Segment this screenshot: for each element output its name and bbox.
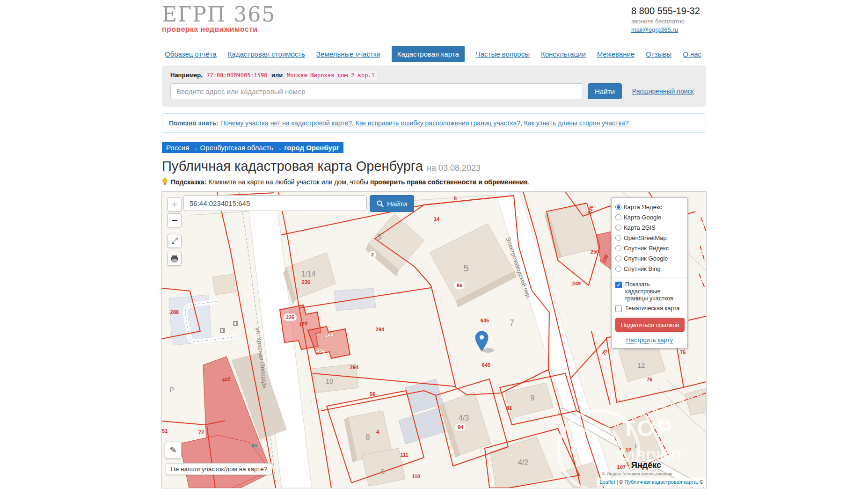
checkbox-icon[interactable] bbox=[615, 282, 622, 288]
radio-icon[interactable] bbox=[615, 235, 621, 241]
layers-list: Карта ЯндексКарта GoogleКарта 2GISOpenSt… bbox=[615, 202, 684, 274]
nav-item-6[interactable]: Межевание bbox=[597, 50, 635, 58]
nav-item-5[interactable]: Консультации bbox=[541, 50, 586, 58]
search-examples: Например, 77:08:0009005:1596 или Москва … bbox=[170, 72, 698, 79]
print-button[interactable] bbox=[168, 252, 182, 266]
radio-icon[interactable] bbox=[615, 255, 621, 262]
draw-button[interactable]: ✎ bbox=[165, 442, 182, 459]
layer-option-6[interactable]: Спутник Bing bbox=[615, 263, 684, 274]
map-search-input[interactable] bbox=[183, 195, 367, 211]
map-option-1[interactable]: Тематическая карта bbox=[615, 305, 684, 312]
parcel-label: ка bbox=[251, 442, 257, 448]
parcel-label: 110 bbox=[412, 473, 420, 479]
zoom-out-button[interactable]: − bbox=[168, 213, 182, 227]
logo-subtitle: проверка недвижимости bbox=[162, 25, 276, 34]
advanced-search-link[interactable]: Расширенный поиск bbox=[632, 87, 694, 95]
tip-body: Кликните на карте на любой участок или д… bbox=[208, 178, 368, 186]
layer-label: Спутник Google bbox=[624, 255, 668, 262]
tip-line: Подсказка: Кликните на карте на любой уч… bbox=[162, 178, 706, 186]
page-title: Публичная кадастровая карта Оренбурга на… bbox=[162, 159, 706, 174]
breadcrumb[interactable]: Россия → Оренбургская область → город Ор… bbox=[162, 142, 343, 153]
site-header: ЕГРП 365 проверка недвижимости 8 800 555… bbox=[162, 0, 706, 39]
nav-item-4[interactable]: Частые вопросы bbox=[476, 50, 530, 58]
tip-text: Подсказка: Кликните на карте на любой уч… bbox=[171, 178, 530, 186]
logo[interactable]: ЕГРП 365 проверка недвижимости bbox=[162, 4, 276, 34]
radio-icon[interactable] bbox=[615, 204, 621, 210]
parcel-label: 288 bbox=[170, 309, 179, 315]
configure-map-link[interactable]: Настроить карту bbox=[615, 336, 684, 343]
breadcrumb-item-0[interactable]: Россия bbox=[166, 144, 189, 152]
useful-link-1[interactable]: Как исправить ошибку расположения границ… bbox=[356, 119, 520, 127]
map-find-button[interactable]: Найти bbox=[370, 195, 414, 212]
layer-label: Карта Google bbox=[624, 214, 661, 221]
breadcrumb-item-2[interactable]: город Оренбург bbox=[284, 144, 339, 152]
useful-label: Полезно знать: bbox=[169, 119, 219, 127]
map-find-label: Найти bbox=[387, 200, 407, 208]
radio-icon[interactable] bbox=[615, 225, 621, 231]
parcel-label: 75 bbox=[680, 349, 686, 355]
map-option-0[interactable]: Показать кадастровые границы участков bbox=[615, 281, 684, 302]
nav-item-2[interactable]: Земельные участки bbox=[316, 50, 380, 58]
useful-link-0[interactable]: Почему участка нет на кадастровой карте? bbox=[220, 119, 352, 127]
layer-option-1[interactable]: Карта Google bbox=[615, 212, 684, 222]
parcel-label: 494 bbox=[316, 348, 325, 354]
parcel-label: 250 bbox=[591, 249, 599, 255]
parcel-label: 106 bbox=[626, 447, 634, 452]
not-found-tooltip[interactable]: Не нашли участок/дом на карте? bbox=[166, 463, 272, 475]
layer-label: Карта Яндекс bbox=[624, 204, 662, 211]
yandex-terms[interactable]: © Яндекс Условия использования bbox=[602, 471, 672, 476]
layers-panel: Карта ЯндексКарта GoogleКарта 2GISOpenSt… bbox=[611, 197, 688, 349]
radio-icon[interactable] bbox=[615, 245, 621, 251]
map-search-bar: Найти bbox=[183, 195, 414, 212]
nav-item-1[interactable]: Кадастровая стоимость bbox=[228, 50, 305, 58]
parcel-label: 81 bbox=[506, 405, 512, 411]
useful-link-2[interactable]: Как узнать длины сторон участка? bbox=[524, 119, 629, 127]
useful-links: Почему участка нет на кадастровой карте?… bbox=[220, 119, 629, 127]
parcel-label: 645 bbox=[482, 362, 490, 368]
parcel-label: 12 bbox=[637, 361, 645, 369]
layer-option-4[interactable]: Спутник Яндекс bbox=[615, 243, 684, 253]
parcel-label: 5 bbox=[463, 263, 468, 274]
search-input[interactable] bbox=[170, 83, 583, 99]
example-or: или bbox=[271, 72, 283, 79]
breadcrumb-item-1[interactable]: Оренбургская область bbox=[200, 144, 273, 152]
layer-label: Спутник Bing bbox=[624, 265, 661, 272]
yandex-logo[interactable]: Яндекс bbox=[631, 460, 661, 470]
layer-option-0[interactable]: Карта Яндекс bbox=[615, 202, 684, 212]
parcel-label: 5 bbox=[454, 196, 457, 201]
nav-item-0[interactable]: Образец отчёта bbox=[165, 50, 217, 58]
share-link-button[interactable]: Поделиться ссылкой bbox=[615, 318, 685, 332]
nav-item-7[interactable]: Отзывы bbox=[646, 50, 671, 58]
leaflet-link[interactable]: Leaflet bbox=[599, 479, 615, 485]
attribution-divider: | bbox=[615, 479, 619, 485]
nav-item-8[interactable]: О нас bbox=[683, 50, 701, 58]
find-button[interactable]: Найти bbox=[588, 83, 622, 99]
pkk-link[interactable]: Публичная кадастровая карта bbox=[625, 479, 697, 485]
phone-note: звоните бесплатно bbox=[631, 18, 706, 25]
email-link[interactable]: mail@egrp365.ru bbox=[631, 26, 678, 33]
radio-icon[interactable] bbox=[615, 266, 621, 272]
parcel-label: 72 bbox=[198, 429, 204, 435]
checkbox-icon[interactable] bbox=[615, 306, 622, 312]
parcel-label: 51 bbox=[162, 428, 168, 434]
parcel-label: 9 bbox=[531, 394, 535, 402]
attribution-prefix: © bbox=[619, 479, 624, 485]
radio-icon[interactable] bbox=[615, 214, 621, 220]
layer-option-5[interactable]: Спутник Google bbox=[615, 253, 684, 263]
parcel-label: 56 bbox=[370, 391, 375, 397]
parcel-label: 645 bbox=[481, 318, 489, 323]
parcel-label: 6 bbox=[381, 467, 385, 475]
layer-option-3[interactable]: OpenStreetMap bbox=[615, 233, 684, 243]
date-note: на 03.08.2023 bbox=[427, 163, 481, 173]
cadastral-map[interactable]: 514321/142365866362502992492882351704944… bbox=[162, 192, 706, 488]
parcel-label: 249 bbox=[572, 281, 581, 286]
parcel-label: 235 bbox=[284, 314, 297, 321]
nav-item-3[interactable]: Кадастровая карта bbox=[392, 46, 465, 62]
parcel-label: 4 bbox=[376, 429, 379, 435]
layer-option-2[interactable]: Карта 2GIS bbox=[615, 222, 684, 233]
fullscreen-button[interactable]: ⤢ bbox=[168, 234, 182, 248]
zoom-in-button[interactable]: + bbox=[168, 197, 182, 211]
map-attribution: Leaflet | © Публичная кадастровая карта,… bbox=[597, 478, 706, 487]
parcel-label: 111 bbox=[400, 452, 408, 458]
page: ЕГРП 365 проверка недвижимости 8 800 555… bbox=[162, 0, 706, 488]
